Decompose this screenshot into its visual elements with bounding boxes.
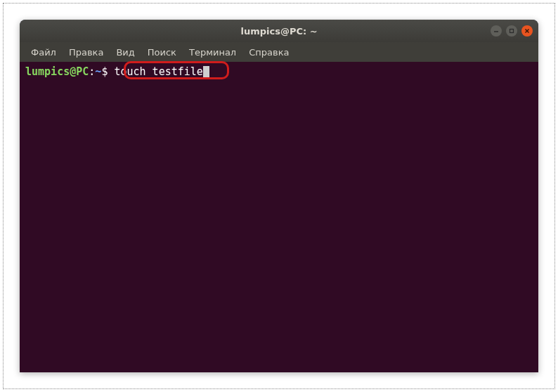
minimize-icon <box>493 28 499 34</box>
svg-rect-1 <box>510 30 514 33</box>
menu-search[interactable]: Поиск <box>142 44 182 60</box>
minimize-button[interactable] <box>491 25 502 37</box>
prompt-user: lumpics@PC <box>25 65 89 79</box>
window-controls <box>491 25 533 37</box>
menu-view[interactable]: Вид <box>110 44 140 60</box>
menu-edit[interactable]: Правка <box>63 44 109 60</box>
prompt-path: ~ <box>95 65 101 79</box>
terminal-window: lumpics@PC: ~ Файл Правка Вид Поиск Терм… <box>20 20 538 372</box>
maximize-icon <box>509 28 514 34</box>
menu-terminal[interactable]: Терминал <box>183 44 242 60</box>
maximize-button[interactable] <box>506 25 517 37</box>
close-button[interactable] <box>521 25 533 37</box>
command-text: touch testfile <box>108 65 202 79</box>
prompt-dollar: $ <box>101 65 108 79</box>
close-icon <box>524 28 530 34</box>
menu-file[interactable]: Файл <box>25 44 62 60</box>
prompt-colon: : <box>89 65 95 79</box>
terminal-body[interactable]: lumpics@PC:~$ touch testfile <box>20 62 538 372</box>
window-title: lumpics@PC: ~ <box>240 26 317 37</box>
menu-help[interactable]: Справка <box>243 44 294 60</box>
cursor <box>203 66 209 78</box>
terminal-line: lumpics@PC:~$ touch testfile <box>25 65 533 79</box>
menubar: Файл Правка Вид Поиск Терминал Справка <box>20 42 538 62</box>
titlebar[interactable]: lumpics@PC: ~ <box>20 20 538 42</box>
